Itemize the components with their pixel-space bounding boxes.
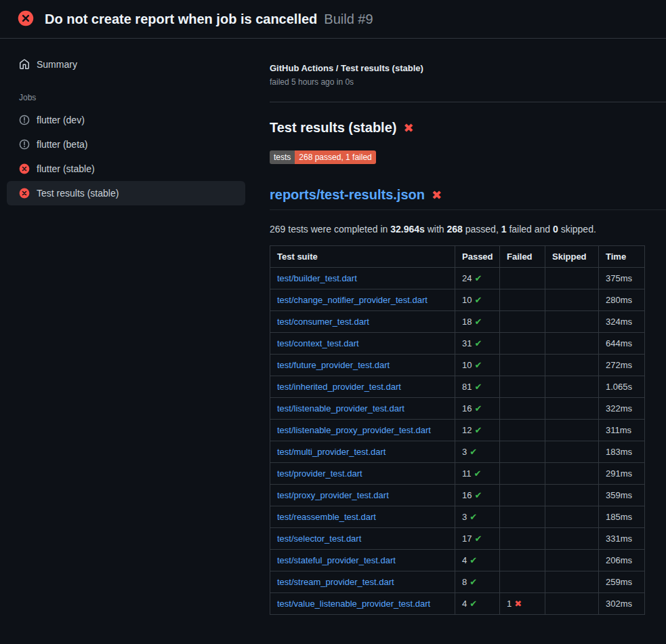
check-icon: ✔: [474, 317, 482, 327]
cell-skipped: [545, 571, 599, 593]
test-suite-link[interactable]: test/multi_provider_test.dart: [277, 447, 386, 457]
test-suite-link[interactable]: test/change_notifier_provider_test.dart: [277, 295, 428, 305]
jobs-heading: Jobs: [7, 86, 245, 108]
check-icon: ✔: [474, 360, 482, 370]
test-suite-link[interactable]: test/selector_test.dart: [277, 534, 361, 544]
cell-test-suite: test/reassemble_test.dart: [270, 506, 455, 528]
cell-passed: 16✔: [455, 485, 500, 506]
test-suite-link[interactable]: test/provider_test.dart: [277, 468, 362, 479]
cell-skipped: [545, 550, 599, 571]
passed-count: 81: [462, 382, 472, 392]
cell-time: 322ms: [599, 398, 645, 420]
table-row: test/builder_test.dart24✔375ms: [270, 268, 645, 289]
passed-count: 8: [462, 577, 467, 587]
check-icon: ✔: [474, 425, 482, 435]
cell-test-suite: test/provider_test.dart: [270, 463, 455, 485]
cell-failed: [500, 441, 545, 463]
tests-badge: tests 268 passed, 1 failed: [270, 150, 376, 164]
check-icon: ✔: [470, 577, 477, 587]
test-suite-link[interactable]: test/inherited_provider_test.dart: [277, 382, 401, 392]
cell-failed: [500, 528, 545, 550]
section-title: Test results (stable): [270, 120, 396, 136]
column-header-failed: Failed: [500, 246, 545, 268]
cell-passed: 11✔: [455, 463, 500, 485]
test-suite-link[interactable]: test/value_listenable_provider_test.dart: [277, 599, 430, 609]
cell-time: 1.065s: [599, 376, 645, 398]
table-row: test/proxy_provider_test.dart16✔359ms: [270, 485, 645, 506]
cell-test-suite: test/proxy_provider_test.dart: [270, 485, 455, 506]
table-row: test/consumer_test.dart18✔324ms: [270, 311, 645, 333]
summary-duration: 32.964s: [390, 224, 425, 235]
check-run-header: Do not create report when job is cancell…: [0, 0, 666, 39]
sidebar-item-label: flutter (stable): [37, 163, 95, 174]
cell-passed: 17✔: [455, 528, 500, 550]
sidebar-item-flutter-dev[interactable]: flutter (dev): [7, 108, 245, 132]
cell-time: 302ms: [599, 593, 645, 615]
test-suite-link[interactable]: test/reassemble_test.dart: [277, 512, 376, 522]
check-icon: ✔: [470, 512, 477, 522]
passed-count: 4: [462, 555, 467, 565]
passed-count: 12: [462, 425, 472, 435]
sidebar-item-flutter-stable[interactable]: flutter (stable): [7, 157, 245, 181]
sidebar-item-label: flutter (beta): [37, 139, 87, 150]
cell-test-suite: test/selector_test.dart: [270, 528, 455, 550]
test-suite-link[interactable]: test/stateful_provider_test.dart: [277, 555, 396, 565]
cell-failed: [500, 420, 545, 441]
cell-test-suite: test/change_notifier_provider_test.dart: [270, 289, 455, 311]
table-row: test/listenable_provider_test.dart16✔322…: [270, 398, 645, 420]
cell-passed: 8✔: [455, 571, 500, 593]
cell-passed: 16✔: [455, 398, 500, 420]
sidebar-item-test-results-stable[interactable]: Test results (stable): [7, 181, 245, 205]
cross-mark-icon: ✖: [432, 189, 442, 201]
sidebar-item-flutter-beta[interactable]: flutter (beta): [7, 132, 245, 157]
sidebar-item-summary[interactable]: Summary: [7, 52, 245, 77]
breadcrumb: GitHub Actions / Test results (stable): [270, 63, 666, 73]
cell-test-suite: test/context_test.dart: [270, 333, 455, 355]
table-row: test/change_notifier_provider_test.dart1…: [270, 289, 645, 311]
sidebar-summary-label: Summary: [37, 59, 77, 70]
test-suite-link[interactable]: test/future_provider_test.dart: [277, 360, 390, 370]
table-row: test/multi_provider_test.dart3✔183ms: [270, 441, 645, 463]
cell-skipped: [545, 398, 599, 420]
passed-count: 10: [462, 360, 472, 370]
test-suite-link[interactable]: test/stream_provider_test.dart: [277, 577, 394, 587]
cell-passed: 10✔: [455, 289, 500, 311]
summary-text: failed and: [507, 224, 554, 235]
cell-test-suite: test/listenable_proxy_provider_test.dart: [270, 420, 455, 441]
jobs-sidebar: Summary Jobs flutter (dev) flut: [0, 39, 252, 644]
cell-failed: [500, 398, 545, 420]
table-row: test/future_provider_test.dart10✔272ms: [270, 355, 645, 376]
cell-passed: 24✔: [455, 268, 500, 289]
cell-failed: [500, 311, 545, 333]
cell-time: 331ms: [599, 528, 645, 550]
header-divider: [270, 102, 666, 102]
cell-test-suite: test/stream_provider_test.dart: [270, 571, 455, 593]
cell-time: 259ms: [599, 571, 645, 593]
cell-time: 183ms: [599, 441, 645, 463]
cell-failed: 1✖: [500, 593, 545, 615]
check-icon: ✔: [474, 490, 482, 500]
test-suite-link[interactable]: test/builder_test.dart: [277, 273, 357, 283]
check-icon: ✔: [474, 403, 482, 414]
cell-passed: 10✔: [455, 355, 500, 376]
cell-time: 359ms: [599, 485, 645, 506]
table-row: test/reassemble_test.dart3✔185ms: [270, 506, 645, 528]
passed-count: 11: [462, 468, 472, 479]
column-header-skipped: Skipped: [545, 246, 599, 268]
test-suite-link[interactable]: test/context_test.dart: [277, 338, 359, 348]
check-icon: ✔: [474, 382, 482, 392]
table-row: test/context_test.dart31✔644ms: [270, 333, 645, 355]
test-results-table: Test suite Passed Failed Skipped Time te…: [270, 245, 645, 615]
summary-text: skipped.: [558, 224, 596, 235]
cell-skipped: [545, 311, 599, 333]
test-suite-link[interactable]: test/listenable_provider_test.dart: [277, 403, 404, 414]
test-suite-link[interactable]: test/listenable_proxy_provider_test.dart: [277, 425, 431, 435]
cell-test-suite: test/listenable_provider_test.dart: [270, 398, 455, 420]
test-suite-link[interactable]: test/proxy_provider_test.dart: [277, 490, 389, 500]
cell-failed: [500, 571, 545, 593]
cell-skipped: [545, 463, 599, 485]
check-icon: ✔: [470, 555, 477, 565]
report-file-link[interactable]: reports/test-results.json: [270, 187, 425, 203]
sidebar-item-label: flutter (dev): [37, 115, 85, 125]
test-suite-link[interactable]: test/consumer_test.dart: [277, 317, 369, 327]
